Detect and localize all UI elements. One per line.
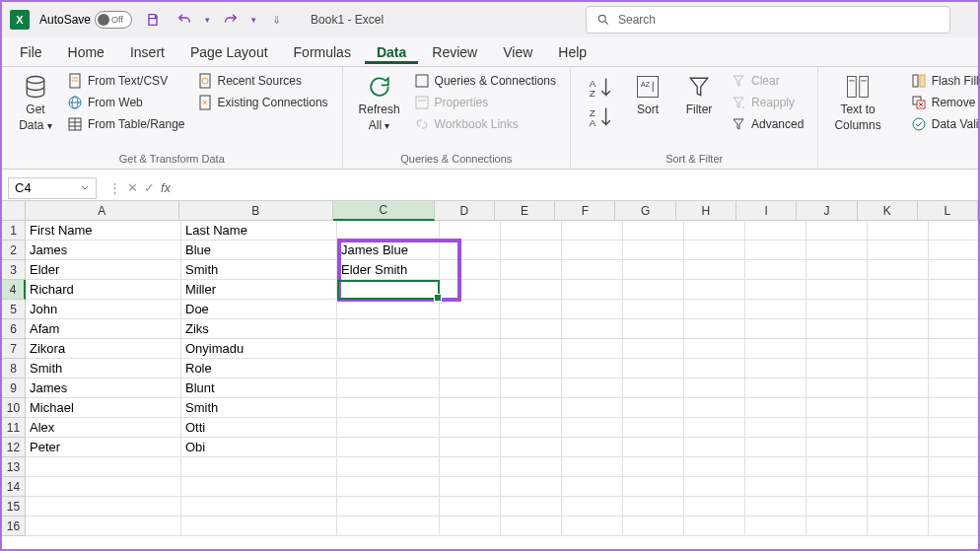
cell-H12[interactable]: [684, 438, 745, 457]
cell-I9[interactable]: [745, 379, 806, 398]
from-web-button[interactable]: From Web: [63, 93, 189, 112]
cell-B10[interactable]: Smith: [181, 398, 337, 418]
cell-D11[interactable]: [440, 418, 501, 438]
cell-D9[interactable]: [440, 379, 501, 398]
cell-I4[interactable]: [745, 280, 806, 300]
column-header-K[interactable]: K: [858, 201, 918, 221]
cell-G16[interactable]: [623, 517, 684, 536]
text-to-columns-button[interactable]: Text to Columns: [828, 71, 886, 151]
cell-D12[interactable]: [440, 438, 501, 457]
cell-J2[interactable]: [806, 241, 868, 260]
flash-fill-button[interactable]: Flash Fill: [907, 71, 980, 91]
cell-A7[interactable]: Zikora: [26, 339, 181, 359]
cell-F1[interactable]: [562, 221, 623, 241]
cell-E2[interactable]: [501, 241, 562, 260]
row-header-13[interactable]: 13: [2, 457, 26, 477]
cell-A1[interactable]: First Name: [26, 221, 181, 241]
cell-A11[interactable]: Alex: [26, 418, 181, 438]
cell-I13[interactable]: [745, 457, 806, 477]
cell-C4[interactable]: [337, 280, 440, 300]
cell-E7[interactable]: [501, 339, 562, 359]
cell-A8[interactable]: Smith: [26, 359, 181, 379]
column-header-D[interactable]: D: [435, 201, 495, 221]
cell-H10[interactable]: [684, 398, 745, 418]
cell-L5[interactable]: [929, 300, 980, 319]
cell-L4[interactable]: [929, 280, 980, 300]
row-header-11[interactable]: 11: [2, 418, 26, 438]
cell-A6[interactable]: Afam: [26, 319, 181, 339]
cell-G9[interactable]: [623, 379, 684, 398]
cell-L8[interactable]: [929, 359, 980, 379]
cell-I5[interactable]: [745, 300, 806, 319]
spreadsheet-grid[interactable]: ABCDEFGHIJKL 12345678910111213141516 Fir…: [2, 201, 978, 536]
cell-K12[interactable]: [868, 438, 929, 457]
cell-C1[interactable]: [337, 221, 440, 241]
cell-G2[interactable]: [623, 241, 684, 260]
qat-customize[interactable]: ⇓: [272, 14, 281, 27]
cell-L7[interactable]: [929, 339, 980, 359]
cell-D5[interactable]: [440, 300, 501, 319]
column-header-A[interactable]: A: [26, 201, 179, 221]
cell-I6[interactable]: [745, 319, 806, 339]
column-header-H[interactable]: H: [676, 201, 736, 221]
sort-asc-desc-buttons[interactable]: AZ ZA: [581, 71, 620, 151]
cell-K11[interactable]: [868, 418, 929, 438]
cell-D10[interactable]: [440, 398, 501, 418]
cell-B8[interactable]: Role: [181, 359, 337, 379]
cell-F7[interactable]: [562, 339, 623, 359]
menu-help[interactable]: Help: [546, 40, 598, 64]
cell-E11[interactable]: [501, 418, 562, 438]
cell-F15[interactable]: [562, 497, 623, 517]
save-button[interactable]: [142, 9, 164, 31]
cell-H4[interactable]: [684, 280, 745, 300]
cell-K10[interactable]: [868, 398, 929, 418]
cell-A14[interactable]: [26, 477, 181, 497]
cell-J15[interactable]: [806, 497, 868, 517]
redo-dropdown[interactable]: ▾: [251, 15, 256, 25]
get-data-button[interactable]: Get Data ▾: [12, 71, 59, 151]
cell-H1[interactable]: [684, 221, 745, 241]
cell-B13[interactable]: [181, 457, 337, 477]
cell-C12[interactable]: [337, 438, 440, 457]
cell-C3[interactable]: Elder Smith: [337, 260, 440, 280]
cell-L13[interactable]: [929, 457, 980, 477]
cell-G10[interactable]: [623, 398, 684, 418]
cell-G15[interactable]: [623, 497, 684, 517]
cell-E14[interactable]: [501, 477, 562, 497]
cell-B3[interactable]: Smith: [181, 260, 337, 280]
cell-F8[interactable]: [562, 359, 623, 379]
row-header-14[interactable]: 14: [2, 477, 26, 497]
cell-I1[interactable]: [745, 221, 806, 241]
cell-J14[interactable]: [806, 477, 868, 497]
column-header-F[interactable]: F: [555, 201, 615, 221]
cell-F12[interactable]: [562, 438, 623, 457]
cell-F3[interactable]: [562, 260, 623, 280]
menu-data[interactable]: Data: [365, 40, 418, 64]
row-header-2[interactable]: 2: [2, 241, 26, 260]
cell-D8[interactable]: [440, 359, 501, 379]
remove-duplicates-button[interactable]: Remove Duplicates: [907, 93, 980, 112]
cell-A16[interactable]: [26, 517, 181, 536]
enter-formula-button[interactable]: ✓: [144, 180, 155, 195]
cell-B12[interactable]: Obi: [181, 438, 337, 457]
cell-B16[interactable]: [181, 517, 337, 536]
sort-button[interactable]: AZ Sort: [624, 71, 671, 151]
cell-H15[interactable]: [684, 497, 745, 517]
row-header-8[interactable]: 8: [2, 359, 26, 379]
cell-B2[interactable]: Blue: [181, 241, 337, 260]
data-validation-button[interactable]: Data Validation ▾: [907, 114, 980, 134]
formula-input[interactable]: [176, 177, 978, 199]
row-header-1[interactable]: 1: [2, 221, 26, 241]
cell-D1[interactable]: [440, 221, 501, 241]
from-table-range-button[interactable]: From Table/Range: [63, 114, 189, 134]
cell-G4[interactable]: [623, 280, 684, 300]
search-input[interactable]: Search: [586, 6, 950, 34]
cell-H9[interactable]: [684, 379, 745, 398]
cell-G12[interactable]: [623, 438, 684, 457]
cell-J11[interactable]: [806, 418, 868, 438]
cell-I8[interactable]: [745, 359, 806, 379]
cell-F11[interactable]: [562, 418, 623, 438]
cell-B15[interactable]: [181, 497, 337, 517]
cell-A5[interactable]: John: [26, 300, 181, 319]
cell-I11[interactable]: [745, 418, 806, 438]
